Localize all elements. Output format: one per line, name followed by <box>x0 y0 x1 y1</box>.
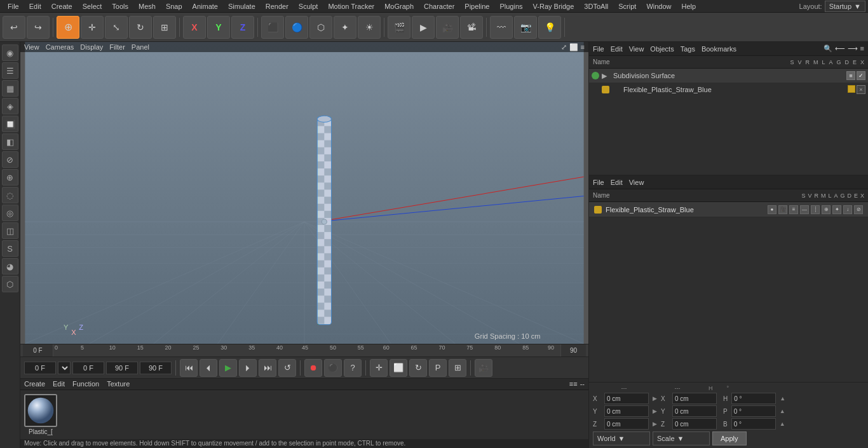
scale-pb-button[interactable]: ⬜ <box>390 359 407 377</box>
menu-pipeline[interactable]: Pipeline <box>459 1 494 11</box>
mat-menu-edit[interactable]: Edit <box>53 380 65 388</box>
vp-icon-resize[interactable]: ⤢ <box>561 43 567 51</box>
am-icon-list[interactable]: ≡ <box>789 205 798 214</box>
nurbs-button[interactable]: 🔵 <box>285 16 308 39</box>
menu-vray[interactable]: V-Ray Bridge <box>528 1 580 11</box>
render-settings-button[interactable]: 🎬 <box>388 16 410 39</box>
weight-mode-button[interactable]: ⊘ <box>2 151 18 168</box>
om-menu-tags[interactable]: Tags <box>681 45 695 53</box>
am-icon-cam[interactable]: 🎥 <box>778 205 787 214</box>
mat-menu-create[interactable]: Create <box>24 380 45 388</box>
om-row-subdivision[interactable]: ▶ Subdivision Surface ■ ✓ <box>589 69 868 83</box>
frame-end-input[interactable] <box>106 362 138 374</box>
menu-plugins[interactable]: Plugins <box>494 1 527 11</box>
coord-x-rot[interactable] <box>672 393 717 404</box>
coord-y-pos[interactable] <box>604 405 649 417</box>
deformer-button[interactable]: ⬡ <box>309 16 332 39</box>
menu-3dtoall[interactable]: 3DToAll <box>579 1 613 11</box>
tweak-mode-button[interactable]: ◎ <box>2 205 18 221</box>
mesh-mode-button[interactable]: ☰ <box>2 62 18 79</box>
coord-p-val[interactable] <box>731 405 776 417</box>
scale-button[interactable]: ⤡ <box>105 16 128 39</box>
rotate-pb-button[interactable]: ↻ <box>409 359 427 377</box>
coord-z-rot[interactable] <box>672 418 717 430</box>
select-mode-button[interactable]: ⊕ <box>57 16 79 39</box>
camera-button[interactable]: 📷 <box>514 16 537 39</box>
menu-character[interactable]: Character <box>419 1 459 11</box>
am-icon-sphere[interactable]: ● <box>768 205 776 214</box>
axis-z-button[interactable]: Z <box>231 16 254 39</box>
menu-motion-tracker[interactable]: Motion Tracker <box>323 1 379 11</box>
menu-help[interactable]: Help <box>677 1 702 11</box>
menu-mesh[interactable]: Mesh <box>133 1 161 11</box>
om-search-icon[interactable]: 🔍 <box>824 44 832 53</box>
om-menu-file[interactable]: File <box>593 45 604 53</box>
play-button[interactable]: ▶ <box>219 359 237 377</box>
om-straw-check[interactable]: × <box>857 85 865 94</box>
menu-edit[interactable]: Edit <box>24 1 46 11</box>
menu-window[interactable]: Window <box>641 1 676 11</box>
object-mode-button[interactable]: ◉ <box>2 44 18 61</box>
render-button[interactable]: 🎥 <box>436 16 459 39</box>
render-pb-button[interactable]: 🎥 <box>475 359 492 377</box>
vp-menu-filter[interactable]: Filter <box>109 43 125 51</box>
play-end-button[interactable]: ⏭ <box>259 359 276 377</box>
am-icon-end[interactable]: ⊘ <box>854 205 863 214</box>
light2-button[interactable]: 💡 <box>538 16 561 39</box>
layout-dropdown[interactable]: Startup ▼ <box>825 1 865 12</box>
polygon-mode-button[interactable]: ◈ <box>2 98 18 114</box>
am-menu-view[interactable]: View <box>629 179 644 186</box>
axis-y-button[interactable]: Y <box>207 16 230 39</box>
om-row-straw[interactable]: Flexible_Plastic_Straw_Blue × <box>589 83 868 97</box>
am-icon-bone[interactable]: ⊕ <box>822 205 831 214</box>
redo-button[interactable]: ↪ <box>27 16 50 39</box>
mat-menu-function[interactable]: Function <box>72 380 99 388</box>
record-button[interactable]: ⏺ <box>304 359 322 377</box>
frame-start-input[interactable] <box>72 362 104 374</box>
auto-key-button[interactable]: ⚫ <box>324 359 342 377</box>
om-menu-view[interactable]: View <box>629 45 644 53</box>
om-check-v1[interactable]: ✓ <box>857 71 865 80</box>
menu-script[interactable]: Script <box>613 1 641 11</box>
joint-mode-button[interactable]: ⊕ <box>2 169 18 186</box>
am-icon-col[interactable]: ┊ <box>811 205 820 214</box>
move-pb-button[interactable]: ✛ <box>370 359 388 377</box>
menu-file[interactable]: File <box>3 1 24 11</box>
render-viewport-button[interactable]: ▶ <box>412 16 435 39</box>
uv-mode-button[interactable]: 🔲 <box>2 116 18 132</box>
coord-z-pos[interactable] <box>604 418 649 430</box>
viewport[interactable]: View Cameras Display Filter Panel ⤢ ⬜ ≡ … <box>20 42 588 344</box>
menu-animate[interactable]: Animate <box>187 1 223 11</box>
paint-mode-button[interactable]: ⬡ <box>2 276 18 292</box>
texture-mode-button[interactable]: ◧ <box>2 133 18 150</box>
light-button[interactable]: ☀ <box>358 16 381 39</box>
cube-button[interactable]: ⬛ <box>261 16 284 39</box>
material-swatch[interactable] <box>24 394 57 427</box>
play-prev-button[interactable]: ⏴ <box>200 359 217 377</box>
coord-h-val[interactable] <box>731 393 776 404</box>
om-check-s1[interactable]: ■ <box>846 71 855 80</box>
frame-end2-input[interactable] <box>140 362 172 374</box>
transform-button[interactable]: ⊞ <box>153 16 176 39</box>
am-object-row[interactable]: Flexible_Plastic_Straw_Blue ● 🎥 ≡ — ┊ ⊕ … <box>589 202 868 217</box>
menu-select[interactable]: Select <box>78 1 107 11</box>
vp-icon-settings[interactable]: ≡ <box>581 43 585 51</box>
undo-button[interactable]: ↩ <box>3 16 25 39</box>
om-menu-objects[interactable]: Objects <box>650 45 674 53</box>
am-icon-minus[interactable]: — <box>800 205 809 214</box>
menu-tools[interactable]: Tools <box>107 1 133 11</box>
coord-x-pos[interactable] <box>604 393 649 404</box>
spline-button[interactable]: 〰 <box>490 16 513 39</box>
play-loop-button[interactable]: ↺ <box>278 359 296 377</box>
frame-current-input[interactable] <box>24 362 56 374</box>
am-icon-star[interactable]: ✦ <box>832 205 841 214</box>
edge-mode-button[interactable]: ▦ <box>2 80 18 97</box>
om-menu-bookmarks[interactable]: Bookmarks <box>702 45 736 53</box>
menu-simulate[interactable]: Simulate <box>223 1 261 11</box>
vp-menu-panel[interactable]: Panel <box>132 43 149 51</box>
pose-mode-button[interactable]: ◌ <box>2 187 18 203</box>
frame-select[interactable]: ▼ <box>58 362 71 374</box>
play-start-button[interactable]: ⏮ <box>180 359 198 377</box>
menu-mograph[interactable]: MoGraph <box>379 1 419 11</box>
om-expand-subdivision[interactable]: ▶ <box>602 72 611 80</box>
